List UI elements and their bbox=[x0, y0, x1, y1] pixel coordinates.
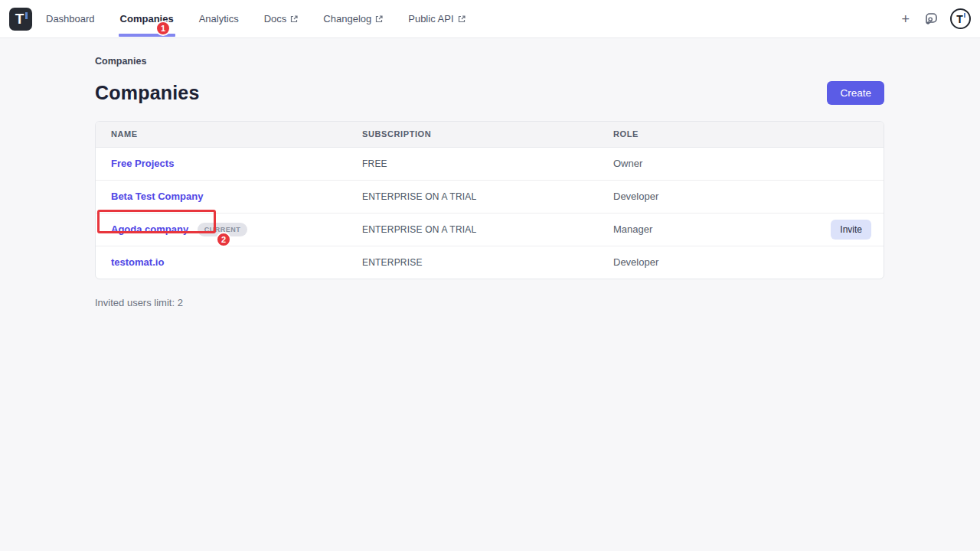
app-logo[interactable]: T bbox=[9, 8, 32, 31]
nav-item-public-api[interactable]: Public API bbox=[408, 0, 465, 38]
logo-tick-mark bbox=[25, 12, 28, 19]
external-link-icon bbox=[458, 15, 466, 23]
nav-label: Dashboard bbox=[46, 13, 95, 24]
column-header-actions bbox=[822, 122, 884, 147]
subscription-value: FREE bbox=[362, 158, 387, 169]
page-title: Companies bbox=[95, 82, 200, 104]
company-link[interactable]: Beta Test Company bbox=[111, 191, 203, 202]
invited-users-limit-note: Invited users limit: 2 bbox=[95, 297, 884, 308]
annotation-step-1-badge: 1 bbox=[155, 21, 171, 36]
table-header: NAME SUBSCRIPTION ROLE bbox=[96, 122, 884, 147]
nav-label: Public API bbox=[408, 13, 453, 24]
nav-item-dashboard[interactable]: Dashboard bbox=[46, 0, 95, 38]
avatar-tick-mark bbox=[964, 13, 965, 18]
annotation-step-2-badge: 2 bbox=[216, 232, 231, 247]
table-row-current-company: Agoda company CURRENT ENTERPRISE ON A TR… bbox=[96, 213, 884, 246]
logo-letter: T bbox=[15, 11, 24, 26]
companies-table: NAME SUBSCRIPTION ROLE Free Projects FRE… bbox=[96, 122, 884, 279]
main-content: Companies Companies Create NAME SUBSCRIP… bbox=[0, 38, 980, 308]
subscription-value: ENTERPRISE bbox=[362, 257, 423, 268]
column-header-role: ROLE bbox=[613, 122, 822, 147]
company-link[interactable]: Agoda company bbox=[111, 223, 188, 235]
search-icon[interactable] bbox=[925, 12, 938, 25]
top-navigation: T Dashboard Companies Analytics Docs Cha… bbox=[0, 0, 980, 38]
subscription-value: ENTERPRISE ON A TRIAL bbox=[362, 224, 476, 235]
companies-table-card: NAME SUBSCRIPTION ROLE Free Projects FRE… bbox=[95, 121, 884, 279]
external-link-icon bbox=[290, 15, 298, 23]
table-row: Beta Test Company ENTERPRISE ON A TRIAL … bbox=[96, 180, 884, 213]
table-row: testomat.io ENTERPRISE Developer bbox=[96, 246, 884, 279]
company-link[interactable]: Free Projects bbox=[111, 158, 174, 169]
role-value: Developer bbox=[613, 256, 658, 268]
company-link[interactable]: testomat.io bbox=[111, 256, 164, 268]
title-row: Companies Create bbox=[95, 81, 884, 105]
role-value: Owner bbox=[613, 158, 642, 169]
nav-item-analytics[interactable]: Analytics bbox=[199, 0, 239, 38]
nav-label: Docs bbox=[264, 13, 287, 24]
column-header-subscription: SUBSCRIPTION bbox=[362, 122, 613, 147]
nav-item-changelog[interactable]: Changelog bbox=[323, 0, 383, 38]
table-row: Free Projects FREE Owner bbox=[96, 147, 884, 180]
avatar-letter: T bbox=[956, 14, 963, 24]
nav-label: Analytics bbox=[199, 13, 239, 24]
nav-label: Changelog bbox=[323, 13, 371, 24]
create-button[interactable]: Create bbox=[827, 81, 884, 105]
external-link-icon bbox=[375, 15, 383, 23]
user-avatar[interactable]: T bbox=[950, 8, 971, 29]
role-value: Manager bbox=[613, 223, 652, 235]
invite-button[interactable]: Invite bbox=[831, 220, 871, 240]
breadcrumb[interactable]: Companies bbox=[95, 56, 146, 67]
main-nav: Dashboard Companies Analytics Docs Chang… bbox=[46, 0, 491, 38]
add-icon[interactable]: + bbox=[898, 11, 913, 28]
nav-right-actions: + T bbox=[898, 8, 971, 29]
column-header-name: NAME bbox=[96, 122, 362, 147]
nav-item-docs[interactable]: Docs bbox=[264, 0, 299, 38]
subscription-value: ENTERPRISE ON A TRIAL bbox=[362, 191, 476, 202]
role-value: Developer bbox=[613, 191, 658, 202]
